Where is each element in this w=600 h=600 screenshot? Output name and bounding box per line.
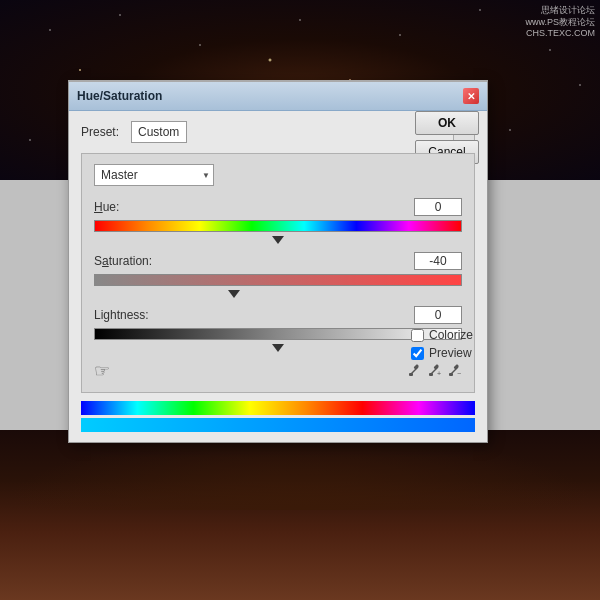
dialog-body: Preset: Custom ≡ OK Cancel Master [69,111,487,442]
colorize-row: Colorize [411,328,473,342]
channel-select-wrap: Master [94,164,214,186]
preview-checkbox[interactable] [411,347,424,360]
svg-rect-5 [429,373,433,376]
bottom-toolbar: ☞ + [94,360,462,382]
colorize-checkbox[interactable] [411,329,424,342]
eyedropper-group: + − [408,363,462,380]
colorize-label: Colorize [429,328,473,342]
rainbow-bar [81,401,475,415]
saturation-thumb[interactable] [228,290,240,298]
preset-select-wrap: Custom [131,121,445,143]
saturation-value-input[interactable] [414,252,462,270]
dialog-titlebar: Hue/Saturation ✕ [69,82,487,111]
options-panel: Colorize Preview [411,328,473,364]
hue-track-bar [94,220,462,232]
preset-label: Preset: [81,125,123,139]
svg-rect-1 [413,364,419,370]
eyedropper-button-2[interactable]: + [428,363,442,380]
svg-rect-4 [433,364,439,370]
svg-rect-2 [409,373,413,376]
eyedropper-button-1[interactable] [408,363,422,380]
saturation-label-row: Saturation: [94,252,462,270]
ok-button[interactable]: OK [415,111,479,135]
color-bars [81,401,475,432]
lightness-track-bar [94,328,462,340]
hue-saturation-dialog: Hue/Saturation ✕ Preset: Custom ≡ OK Can… [68,80,488,443]
saturation-section: Saturation: [94,252,462,296]
lightness-label-row: Lightness: [94,306,462,324]
channel-row: Master [94,164,462,186]
lightness-thumb[interactable] [272,344,284,352]
lightness-value-input[interactable] [414,306,462,324]
svg-rect-8 [453,364,459,370]
dialog-title: Hue/Saturation [77,89,162,103]
background-bottom [0,430,600,600]
svg-text:−: − [457,370,461,377]
preset-select[interactable]: Custom [131,121,187,143]
channel-select[interactable]: Master [94,164,214,186]
hue-thumb[interactable] [272,236,284,244]
svg-rect-9 [449,373,453,376]
cyan-bar [81,418,475,432]
preview-label: Preview [429,346,472,360]
lightness-label: Lightness: [94,308,149,322]
saturation-track-bar [94,274,462,286]
hue-label: Hue: [94,200,119,214]
hue-label-row: Hue: [94,198,462,216]
hand-tool-icon[interactable]: ☞ [94,360,110,382]
hue-slider-track[interactable] [94,220,462,242]
eyedropper-button-3[interactable]: − [448,363,462,380]
hue-value-input[interactable] [414,198,462,216]
lightness-section: Lightness: [94,306,462,350]
close-button[interactable]: ✕ [463,88,479,104]
lightness-slider-track[interactable] [94,328,462,350]
svg-text:+: + [437,370,441,377]
saturation-slider-track[interactable] [94,274,462,296]
saturation-label: Saturation: [94,254,152,268]
preview-row: Preview [411,346,473,360]
hue-section: Hue: [94,198,462,242]
